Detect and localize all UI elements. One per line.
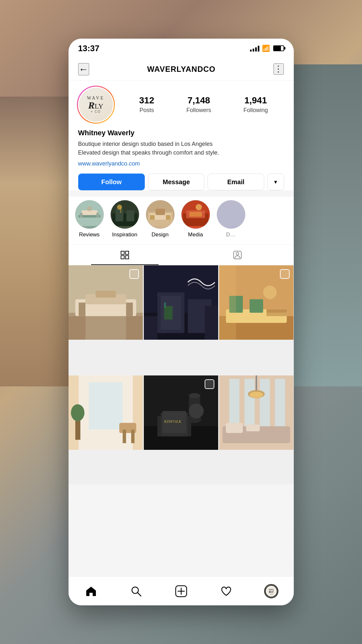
highlight-label-media: Media <box>188 232 203 238</box>
followers-count: 7,148 <box>188 96 210 106</box>
nav-avatar: WAVE RLY +CO <box>264 584 278 598</box>
svg-rect-27 <box>125 256 129 259</box>
posts-count: 312 <box>139 96 154 106</box>
add-icon <box>175 585 187 597</box>
highlight-design[interactable]: Design <box>146 200 175 238</box>
highlight-inspiration[interactable]: Inspiration <box>110 200 139 238</box>
status-icons: 📶 <box>250 44 284 52</box>
highlight-label-reviews: Reviews <box>79 232 99 238</box>
more-options-button[interactable]: ⋮ <box>274 63 284 75</box>
follow-button[interactable]: Follow <box>78 174 145 190</box>
svg-rect-34 <box>96 291 116 298</box>
tab-tagged[interactable] <box>181 245 294 265</box>
grid-item-5[interactable]: KINFOLK <box>144 375 218 450</box>
svg-rect-38 <box>126 316 143 340</box>
svg-rect-25 <box>125 251 129 254</box>
svg-point-22 <box>196 204 202 211</box>
nav-profile[interactable]: WAVE RLY +CO <box>249 577 294 605</box>
signal-icon <box>250 45 259 52</box>
followers-label: Followers <box>186 107 211 114</box>
svg-rect-15 <box>155 209 165 215</box>
svg-point-63 <box>71 404 84 421</box>
svg-rect-37 <box>69 316 86 340</box>
svg-point-88 <box>250 392 263 398</box>
bottom-nav: WAVE RLY +CO <box>69 576 294 605</box>
nav-home[interactable] <box>69 577 114 605</box>
svg-rect-56 <box>266 313 287 316</box>
svg-rect-86 <box>256 375 257 393</box>
svg-rect-17 <box>166 215 171 220</box>
heart-icon <box>220 585 232 597</box>
phone-frame: 13:37 📶 ← WAVERLYANDCO ⋮ <box>69 39 294 605</box>
nav-search[interactable] <box>114 577 159 605</box>
svg-rect-9 <box>126 210 134 221</box>
post-image-4 <box>69 375 143 450</box>
svg-rect-65 <box>123 430 126 443</box>
highlight-reviews[interactable]: Reviews <box>75 200 104 238</box>
stat-following[interactable]: 1,941 Following <box>243 96 268 114</box>
tab-grid[interactable] <box>69 245 181 265</box>
header: ← WAVERLYANDCO ⋮ <box>69 58 294 80</box>
avatar-logo-text: WAVE RLY + CO <box>87 96 105 113</box>
highlight-circle-design <box>146 200 175 229</box>
svg-rect-24 <box>121 251 124 254</box>
svg-rect-4 <box>80 213 82 218</box>
grid-item-1[interactable] <box>69 265 143 340</box>
highlights-section: Reviews Inspiration <box>69 197 294 244</box>
svg-point-77 <box>190 404 203 418</box>
highlight-more[interactable]: D… <box>217 200 246 238</box>
svg-rect-47 <box>164 303 166 308</box>
grid-item-2[interactable] <box>144 265 218 340</box>
highlight-circle-reviews <box>75 200 104 229</box>
logo-co: + CO <box>87 110 105 113</box>
nav-heart[interactable] <box>204 577 249 605</box>
svg-rect-26 <box>121 256 124 259</box>
svg-rect-55 <box>266 309 287 313</box>
highlight-img-reviews <box>75 200 104 226</box>
avatar[interactable]: WAVE RLY + CO <box>79 88 113 122</box>
svg-rect-82 <box>275 379 285 433</box>
avatar-ring: WAVE RLY + CO <box>77 86 115 124</box>
avatar-container: WAVE RLY + CO <box>78 87 114 122</box>
svg-rect-66 <box>131 430 135 443</box>
grid-item-3[interactable] <box>219 265 293 340</box>
page-title: WAVERLYANDCO <box>147 65 215 74</box>
message-button[interactable]: Message <box>148 174 204 190</box>
svg-point-89 <box>132 587 138 593</box>
profile-section: WAVE RLY + CO 312 Posts 7,148 F <box>69 80 294 190</box>
highlight-img-inspiration <box>111 200 139 226</box>
stat-posts[interactable]: 312 Posts <box>139 96 154 114</box>
following-label: Following <box>243 107 268 114</box>
highlight-label-design: Design <box>152 232 169 238</box>
highlight-circle-more <box>217 200 246 229</box>
svg-point-29 <box>236 252 239 255</box>
stat-followers[interactable]: 7,148 Followers <box>186 96 211 114</box>
svg-rect-35 <box>79 303 85 316</box>
battery-icon <box>273 45 284 51</box>
search-icon <box>130 585 142 597</box>
svg-point-75 <box>189 393 200 398</box>
back-button[interactable]: ← <box>78 63 89 75</box>
highlight-img-design <box>146 200 174 226</box>
highlight-media[interactable]: Media <box>181 200 210 238</box>
grid-item-6[interactable] <box>219 375 293 450</box>
post-image-2 <box>144 265 218 340</box>
profile-stats: 312 Posts 7,148 Followers 1,941 Followin… <box>123 96 284 114</box>
profile-name: Whitney Waverly <box>78 129 284 137</box>
wifi-icon: 📶 <box>262 44 270 52</box>
logo-rly: RLY <box>87 100 105 110</box>
grid-item-4[interactable] <box>69 375 143 450</box>
svg-rect-8 <box>115 209 123 221</box>
svg-text:RLY: RLY <box>268 590 274 593</box>
svg-rect-5 <box>96 213 99 218</box>
avatar-ring-inner: WAVE RLY + CO <box>78 87 114 123</box>
profile-link[interactable]: www.waverlyandco.com <box>78 160 284 167</box>
nav-add[interactable] <box>159 577 204 605</box>
svg-point-3 <box>87 206 92 211</box>
highlight-img-more <box>217 200 245 226</box>
svg-line-90 <box>138 593 141 596</box>
svg-rect-44 <box>144 316 157 340</box>
email-button[interactable]: Email <box>208 174 264 190</box>
highlight-label-more: D… <box>226 232 236 238</box>
dropdown-button[interactable]: ▾ <box>267 174 284 190</box>
